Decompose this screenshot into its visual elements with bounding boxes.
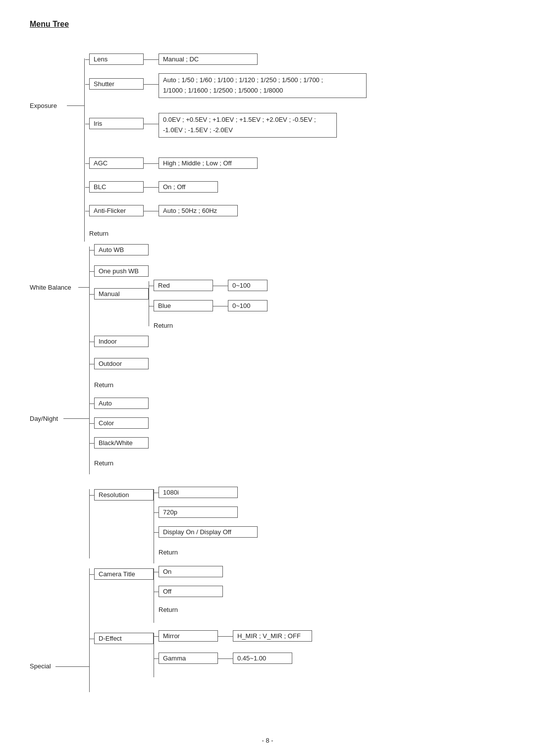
agc-box: AGC bbox=[89, 157, 144, 169]
shutter-hline bbox=[85, 84, 89, 85]
return-res-vline bbox=[154, 546, 154, 553]
return-ct-vline bbox=[154, 603, 154, 610]
manual-hline bbox=[89, 294, 94, 295]
manual-box: Manual bbox=[94, 288, 149, 300]
anti-flicker-conn bbox=[144, 211, 159, 211]
mirror-conn bbox=[218, 636, 233, 637]
r720p-hline bbox=[154, 512, 159, 513]
deffect-box: D-Effect bbox=[94, 633, 154, 644]
special-label: Special bbox=[30, 662, 51, 670]
anti-flicker-options: Auto ; 50Hz ; 60Hz bbox=[159, 205, 238, 216]
gamma-box: Gamma bbox=[159, 653, 218, 664]
exposure-vline bbox=[84, 58, 85, 242]
indoor-hline bbox=[89, 342, 94, 342]
resolution-vline bbox=[89, 489, 90, 558]
red-box: Red bbox=[154, 280, 213, 291]
exposure-hline bbox=[67, 105, 84, 106]
anti-flicker-hline bbox=[85, 211, 89, 211]
wb-label: White Balance bbox=[30, 284, 71, 291]
agc-hline bbox=[85, 163, 89, 164]
shutter-conn bbox=[144, 84, 159, 85]
deffect-hline bbox=[89, 639, 94, 639]
display-onoff-box: Display On / Display Off bbox=[159, 526, 258, 538]
blue-hline bbox=[149, 306, 154, 306]
iris-options: 0.0EV ; +0.5EV ; +1.0EV ; +1.5EV ; +2.0E… bbox=[159, 113, 337, 138]
exposure-label: Exposure bbox=[30, 102, 57, 109]
blc-box: BLC bbox=[89, 181, 144, 193]
return-dn-vline bbox=[89, 456, 90, 464]
blc-options: On ; Off bbox=[159, 181, 218, 193]
ct-off-hline bbox=[154, 592, 159, 592]
resolution-hline bbox=[89, 495, 94, 496]
dn-auto-hline bbox=[89, 403, 94, 404]
blue-box: Blue bbox=[154, 300, 213, 311]
gamma-hline bbox=[154, 658, 159, 659]
return-wb: Return bbox=[94, 381, 113, 389]
auto-wb-box: Auto WB bbox=[94, 244, 149, 255]
daynight-label: Day/Night bbox=[30, 415, 58, 422]
iris-conn bbox=[144, 124, 159, 124]
blc-hline bbox=[85, 187, 89, 188]
shutter-box: Shutter bbox=[89, 78, 144, 90]
dn-auto-box: Auto bbox=[94, 398, 149, 409]
outdoor-box: Outdoor bbox=[94, 358, 149, 369]
return-exposure-vline bbox=[84, 227, 85, 236]
camtitle-hline bbox=[89, 574, 94, 575]
menu-tree: Exposure Lens Manual ; DC Shutter Auto ;… bbox=[30, 44, 505, 727]
return-wb-vline bbox=[89, 378, 90, 386]
bw-hline bbox=[89, 443, 94, 444]
ct-on-box: On bbox=[159, 566, 223, 577]
one-push-wb-hline bbox=[89, 271, 94, 272]
lens-conn bbox=[144, 59, 159, 60]
auto-wb-hline bbox=[89, 250, 94, 251]
anti-flicker-box: Anti-Flicker bbox=[89, 205, 144, 216]
red-conn bbox=[213, 286, 228, 286]
wb-hline bbox=[78, 287, 89, 288]
camera-title-box: Camera Title bbox=[94, 568, 154, 580]
deffect-vline bbox=[89, 633, 90, 692]
red-options: 0~100 bbox=[228, 280, 268, 291]
lens-options: Manual ; DC bbox=[159, 53, 258, 65]
gamma-options: 0.45~1.00 bbox=[233, 653, 292, 664]
r1080i-box: 1080i bbox=[159, 487, 238, 498]
blue-options: 0~100 bbox=[228, 300, 268, 311]
color-hline bbox=[89, 423, 94, 424]
page-title: Menu Tree bbox=[30, 20, 505, 29]
deffect-sub-vline bbox=[154, 633, 154, 677]
r720p-box: 720p bbox=[159, 506, 238, 518]
lens-box: Lens bbox=[89, 53, 144, 65]
r1080i-hline bbox=[154, 493, 159, 493]
return-manual: Return bbox=[154, 322, 173, 329]
return-dn: Return bbox=[94, 459, 113, 467]
blc-conn bbox=[144, 187, 159, 188]
blue-conn bbox=[213, 306, 228, 306]
mirror-box: Mirror bbox=[159, 630, 218, 642]
special-hline bbox=[55, 666, 89, 667]
outdoor-hline bbox=[89, 364, 94, 364]
return-manual-vline bbox=[149, 319, 149, 326]
daynight-hline bbox=[63, 418, 89, 419]
shutter-options: Auto ; 1/50 ; 1/60 ; 1/100 ; 1/120 ; 1/2… bbox=[159, 73, 367, 98]
return-ct: Return bbox=[159, 606, 178, 613]
display-onoff-hline bbox=[154, 532, 159, 533]
lens-hline bbox=[85, 59, 89, 60]
iris-box: Iris bbox=[89, 118, 144, 129]
return-resolution: Return bbox=[159, 549, 178, 556]
return-exposure: Return bbox=[89, 230, 108, 237]
red-hline bbox=[149, 286, 154, 286]
color-box: Color bbox=[94, 417, 149, 429]
one-push-wb-box: One push WB bbox=[94, 265, 149, 277]
gamma-conn bbox=[218, 658, 233, 659]
iris-hline bbox=[85, 124, 89, 124]
page-number: - 8 - bbox=[30, 737, 505, 744]
bw-box: Black/White bbox=[94, 437, 149, 449]
resolution-box: Resolution bbox=[94, 489, 154, 501]
mirror-options: H_MIR ; V_MIR ; OFF bbox=[233, 630, 312, 642]
ct-on-hline bbox=[154, 572, 159, 572]
ct-off-box: Off bbox=[159, 586, 223, 597]
camtitle-vline bbox=[89, 568, 90, 633]
agc-conn bbox=[144, 163, 159, 164]
mirror-hline bbox=[154, 636, 159, 637]
indoor-box: Indoor bbox=[94, 336, 149, 347]
agc-options: High ; Middle ; Low ; Off bbox=[159, 157, 258, 169]
